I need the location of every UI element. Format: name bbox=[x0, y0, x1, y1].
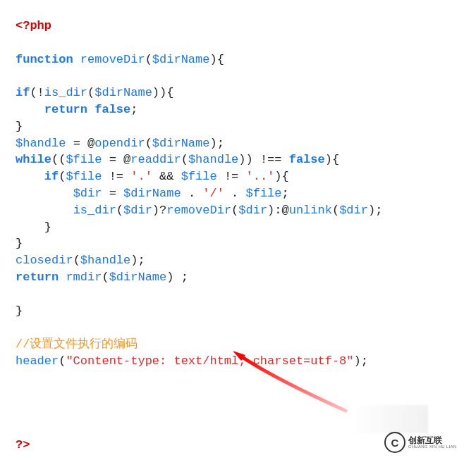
function-name: removeDir bbox=[80, 53, 145, 66]
fn-closedir: closedir bbox=[16, 254, 73, 267]
keyword-function: function bbox=[16, 53, 73, 66]
php-open-tag: <?php bbox=[16, 19, 51, 32]
faded-overlay bbox=[349, 405, 428, 433]
string-slash: '/' bbox=[202, 187, 224, 200]
fn-rmdir: rmdir bbox=[66, 271, 102, 284]
php-close-tag: ?> bbox=[16, 438, 30, 452]
header-string: "Content-type: text/html; charset=utf-8" bbox=[66, 354, 353, 368]
var-handle: $handle bbox=[16, 137, 66, 150]
logo-en-text: CHUANG XIN HU LIAN bbox=[408, 445, 456, 449]
brand-logo: C 创新互联 CHUANG XIN HU LIAN bbox=[384, 430, 469, 454]
fn-opendir: opendir bbox=[94, 137, 145, 150]
param-dirname: $dirName bbox=[152, 53, 210, 66]
string-dotdot: '..' bbox=[246, 170, 275, 183]
logo-text: 创新互联 CHUANG XIN HU LIAN bbox=[408, 436, 456, 449]
var-dir: $dir bbox=[73, 187, 102, 200]
comment-line: //设置文件执行的编码 bbox=[16, 337, 138, 351]
fn-readdir: readdir bbox=[130, 153, 181, 166]
logo-mark-icon: C bbox=[384, 432, 405, 453]
logo-cn-text: 创新互联 bbox=[408, 436, 456, 445]
fn-isdir: is_dir bbox=[44, 86, 87, 99]
fn-header: header bbox=[16, 354, 59, 368]
keyword-false: false bbox=[94, 103, 130, 116]
keyword-while: while bbox=[16, 153, 51, 166]
fn-unlink: unlink bbox=[289, 204, 332, 217]
keyword-if: if bbox=[16, 86, 30, 99]
var-file: $file bbox=[66, 153, 102, 166]
string-dot: '.' bbox=[130, 170, 152, 183]
code-block: <?php function removeDir($dirName){ if(!… bbox=[0, 0, 476, 460]
keyword-return: return bbox=[44, 103, 87, 116]
